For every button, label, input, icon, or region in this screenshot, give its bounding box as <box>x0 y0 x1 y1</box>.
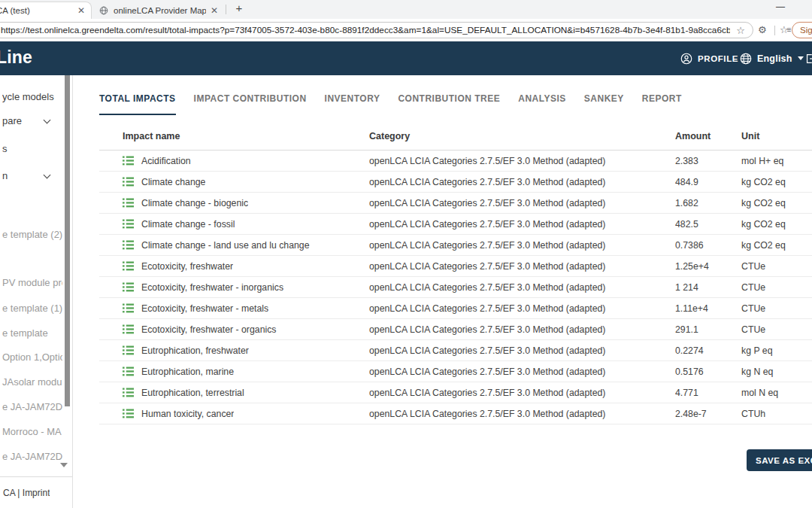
sidebar-item[interactable]: e JA-JAM72D1 <box>2 401 62 415</box>
impact-unit: kg CO2 eq <box>741 177 812 187</box>
sidebar-item-label: e template (2) <box>2 229 62 240</box>
favorites-icon[interactable]: ☆≡ <box>780 24 791 35</box>
close-tab-icon[interactable]: ✕ <box>211 5 218 16</box>
sidebar-item-label: e JA-JAM72D1 <box>2 401 62 412</box>
impact-name: Ecotoxicity, freshwater <box>141 261 233 272</box>
sign-in-button[interactable]: Sign in <box>792 22 812 38</box>
sidebar-item-label: Morroco - MA ( <box>2 426 62 437</box>
impact-list-icon <box>123 219 134 229</box>
result-tab[interactable]: CONTRIBUTION TREE <box>398 93 500 115</box>
impact-unit: kg N eq <box>741 367 812 377</box>
browser-tab-inactive[interactable]: onlineLCA Provider Map ✕ <box>93 2 224 19</box>
sidebar-item[interactable]: n <box>2 170 62 184</box>
impact-name: Climate change - land use and lu change <box>141 240 310 251</box>
impact-category: openLCA LCIA Categories 2.7.5/EF 3.0 Met… <box>369 367 675 377</box>
impact-category: openLCA LCIA Categories 2.7.5/EF 3.0 Met… <box>369 261 675 272</box>
impact-unit: kg CO2 eq <box>741 198 812 208</box>
profile-icon <box>680 53 692 65</box>
sidebar-item[interactable]: e template <box>2 327 62 341</box>
impact-list-icon <box>123 261 134 271</box>
result-tab[interactable]: INVENTORY <box>325 93 380 115</box>
table-row[interactable]: Ecotoxicity, freshwater - inorganics ope… <box>99 277 812 298</box>
impact-list-icon <box>123 198 134 208</box>
impact-unit: CTUe <box>741 261 812 272</box>
sidebar-item-label: s <box>2 143 8 154</box>
language-label: English <box>757 53 792 64</box>
app-logo[interactable]: Line <box>0 47 32 68</box>
result-tab[interactable]: REPORT <box>642 93 682 115</box>
minimize-window-icon[interactable]: — <box>776 2 785 12</box>
impact-amount: 1.11e+4 <box>675 303 741 314</box>
impact-name: Climate change - biogenic <box>141 198 248 208</box>
sidebar-item-label: Option 1,Optio <box>2 351 62 363</box>
sidebar-item[interactable]: PV module pro <box>2 277 62 291</box>
sidebar-footer: CA | Imprint <box>0 476 72 508</box>
impact-list-icon <box>123 177 134 187</box>
table-header: Impact name Category Amount Unit <box>99 122 812 151</box>
table-row[interactable]: Human toxicity, cancer openLCA LCIA Cate… <box>99 403 812 424</box>
impact-name: Climate change - fossil <box>141 219 235 230</box>
language-selector[interactable]: English <box>740 41 804 75</box>
sidebar-item[interactable]: s <box>2 143 62 157</box>
table-row[interactable]: Climate change - fossil openLCA LCIA Cat… <box>99 214 812 235</box>
impact-unit: CTUe <box>741 282 812 293</box>
profile-button[interactable]: PROFILE <box>680 41 738 75</box>
table-row[interactable]: Eutrophication, terrestrial openLCA LCIA… <box>99 382 812 403</box>
table-row[interactable]: Ecotoxicity, freshwater - organics openL… <box>99 319 812 340</box>
impact-unit: kg CO2 eq <box>741 240 812 251</box>
impact-amount: 1.25e+4 <box>675 261 741 272</box>
table-row[interactable]: Ecotoxicity, freshwater - metals openLCA… <box>99 298 812 319</box>
impact-amount: 1.682 <box>675 198 741 208</box>
result-tab[interactable]: ANALYSIS <box>518 93 566 115</box>
impact-category: openLCA LCIA Categories 2.7.5/EF 3.0 Met… <box>369 240 675 251</box>
impact-category: openLCA LCIA Categories 2.7.5/EF 3.0 Met… <box>369 409 675 419</box>
sidebar-item[interactable]: ycle models <box>2 91 62 105</box>
column-unit: Unit <box>741 131 812 141</box>
table-row[interactable]: Ecotoxicity, freshwater openLCA LCIA Cat… <box>99 256 812 277</box>
sidebar-item[interactable]: Morroco - MA ( <box>2 426 62 440</box>
chevron-down-icon <box>44 117 51 124</box>
scroll-down-icon[interactable] <box>60 463 68 467</box>
table-row[interactable]: Acidification openLCA LCIA Categories 2.… <box>99 151 812 172</box>
imprint-link[interactable]: CA | Imprint <box>0 488 50 498</box>
address-bar[interactable]: https://test.onlinelca.greendelta.com/re… <box>0 22 753 38</box>
url-text[interactable]: https://test.onlinelca.greendelta.com/re… <box>1 25 730 35</box>
toolbar-separator <box>774 26 775 35</box>
save-as-excel-button[interactable]: SAVE AS EXCEL <box>747 449 812 471</box>
favorite-star-icon[interactable]: ☆ <box>736 25 745 36</box>
sidebar-item[interactable]: pare <box>2 115 62 129</box>
sidebar-item[interactable]: JAsolar modul <box>2 376 62 390</box>
impact-category: openLCA LCIA Categories 2.7.5/EF 3.0 Met… <box>369 324 675 335</box>
column-category: Category <box>369 131 675 141</box>
logout-button[interactable] <box>804 41 812 75</box>
sidebar-scrollbar[interactable] <box>65 75 70 406</box>
browser-settings-icon[interactable]: ⚙ <box>758 24 767 35</box>
table-row[interactable]: Climate change openLCA LCIA Categories 2… <box>99 172 812 193</box>
browser-tab-active[interactable]: CA (test) ✕ <box>0 2 92 19</box>
sidebar-item[interactable]: Option 1,Optio <box>2 351 62 365</box>
profile-label: PROFILE <box>698 54 738 63</box>
sidebar-item[interactable]: e template (1) <box>2 303 62 316</box>
result-tab[interactable]: IMPACT CONTRIBUTION <box>194 93 307 115</box>
impact-category: openLCA LCIA Categories 2.7.5/EF 3.0 Met… <box>369 198 675 208</box>
impact-amount: 2.383 <box>675 156 741 166</box>
table-row[interactable]: Eutrophication, freshwater openLCA LCIA … <box>99 340 812 361</box>
table-row[interactable]: Climate change - biogenic openLCA LCIA C… <box>99 193 812 214</box>
result-tab[interactable]: TOTAL IMPACTS <box>99 93 176 115</box>
impact-amount: 4.771 <box>675 388 741 398</box>
impact-amount: 482.5 <box>675 219 741 230</box>
impact-unit: mol N eq <box>741 388 812 398</box>
new-tab-button[interactable]: + <box>232 2 247 14</box>
sidebar-item[interactable]: e template (2) <box>2 229 62 242</box>
result-tab[interactable]: SANKEY <box>584 93 624 115</box>
impact-list-icon <box>123 409 134 418</box>
impact-category: openLCA LCIA Categories 2.7.5/EF 3.0 Met… <box>369 388 675 398</box>
close-tab-icon[interactable]: ✕ <box>77 5 85 16</box>
impact-list-icon <box>123 282 134 292</box>
impact-unit: kg P eq <box>741 345 812 356</box>
impact-list-icon <box>123 324 134 334</box>
impact-unit: kg CO2 eq <box>741 219 812 230</box>
table-row[interactable]: Climate change - land use and lu change … <box>99 235 812 256</box>
sidebar-item[interactable]: e JA-JAM72D1 <box>2 451 62 464</box>
table-row[interactable]: Eutrophication, marine openLCA LCIA Cate… <box>99 361 812 382</box>
